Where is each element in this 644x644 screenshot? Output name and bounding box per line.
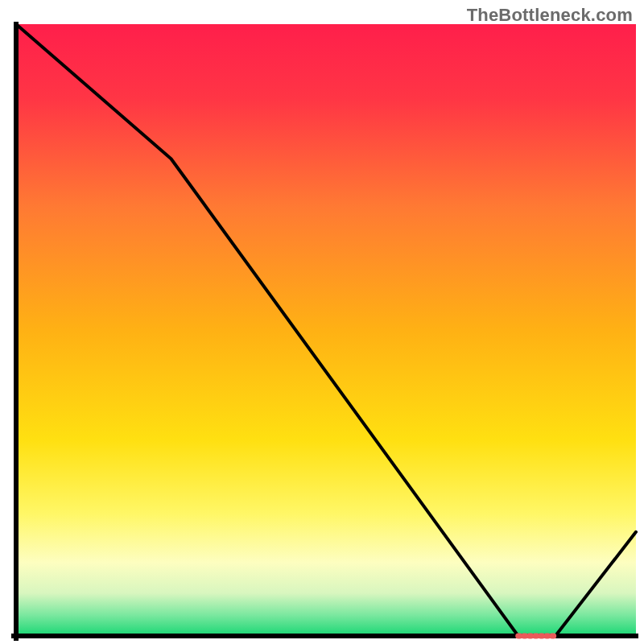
bottleneck-chart: [0, 0, 644, 644]
chart-container: TheBottleneck.com: [0, 0, 644, 644]
plot-background: [16, 24, 636, 636]
